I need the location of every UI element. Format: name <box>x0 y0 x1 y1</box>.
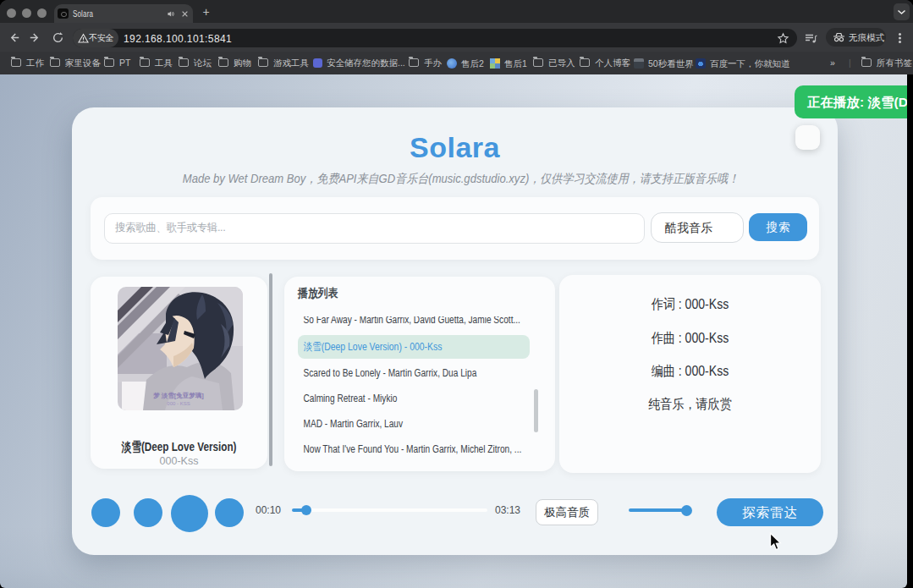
svg-text:梦 淡雪[兔亚梦璃]: 梦 淡雪[兔亚梦璃] <box>152 392 204 399</box>
svg-text:000 - KSS: 000 - KSS <box>167 401 190 406</box>
